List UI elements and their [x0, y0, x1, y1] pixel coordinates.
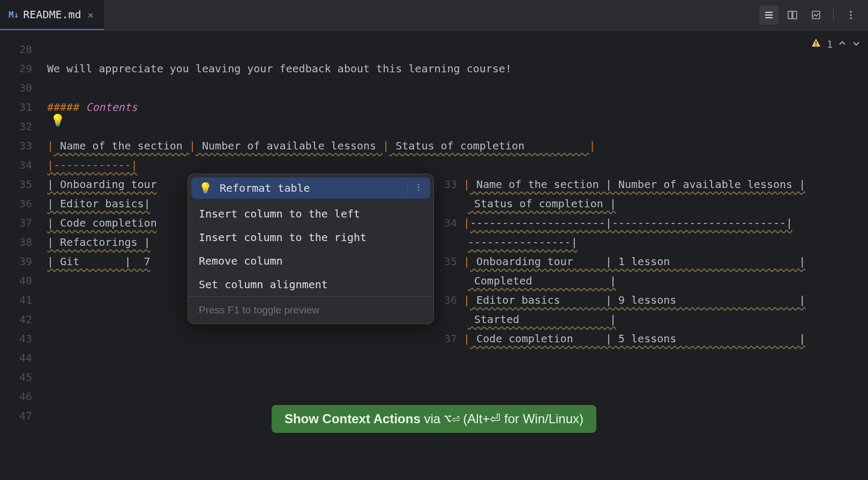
intention-menu: 💡 Reformat table Insert column to the le… — [188, 174, 434, 324]
shortcut-mac: ⌥⏎ — [444, 411, 460, 426]
line-number: 31 — [0, 98, 47, 117]
menu-item-insert-column-right[interactable]: Insert column to the right — [188, 226, 433, 249]
code-line: ##### Contents — [47, 98, 868, 117]
menu-item-label: Remove column — [199, 254, 283, 267]
split-view-icon — [787, 10, 798, 20]
menu-item-label: Reformat table — [220, 182, 310, 194]
menu-item-more-icon[interactable] — [407, 182, 423, 194]
preview-line: 37| Code completion | 5 lessons | — [437, 329, 865, 348]
preview-line: ----------------| — [437, 232, 865, 252]
line-number: 46 — [0, 387, 47, 406]
code-line — [47, 387, 868, 406]
svg-rect-3 — [788, 11, 792, 19]
line-number: 30 — [0, 78, 47, 98]
code-line: | Name of the section | Number of availa… — [47, 136, 868, 155]
line-number: 34 — [0, 155, 47, 175]
preview-line: 34|---------------------|---------------… — [437, 213, 865, 232]
line-number: 43 — [0, 329, 47, 348]
bulb-icon: 💡 — [199, 182, 212, 194]
tip-banner: Show Context Actions via ⌥⏎ (Alt+⏎ for W… — [272, 405, 596, 433]
menu-item-set-column-alignment[interactable]: Set column alignment — [188, 273, 433, 296]
tip-action-name: Show Context Actions — [285, 411, 421, 426]
preview-line: Started | — [437, 310, 865, 329]
svg-point-7 — [850, 14, 851, 16]
menu-item-label: Insert column to the right — [199, 231, 366, 244]
line-number: 41 — [0, 290, 47, 310]
menu-item-insert-column-left[interactable]: Insert column to the left — [188, 202, 433, 226]
preview-line: 36| Editor basics | 9 lessons | — [437, 290, 865, 310]
line-number: 42 — [0, 310, 47, 329]
preview-line: 35| Onboarding tour | 1 lesson | — [437, 252, 865, 271]
svg-point-6 — [850, 11, 851, 12]
code-line: |------------| — [47, 155, 868, 175]
tab-bar: M↓ README.md ✕ — [0, 0, 868, 31]
gutter: 2829303132333435363738394041424344454647 — [0, 33, 47, 480]
tab-toolbar — [759, 5, 868, 25]
toolbar-divider — [833, 9, 834, 21]
svg-point-11 — [418, 184, 420, 186]
preview-view-button[interactable] — [806, 5, 826, 25]
close-tab-icon[interactable]: ✕ — [86, 7, 96, 22]
menu-item-label: Insert column to the left — [199, 207, 360, 220]
menu-item-reformat-table[interactable]: 💡 Reformat table — [191, 177, 430, 199]
svg-point-8 — [850, 17, 851, 19]
svg-point-13 — [418, 190, 420, 191]
editor-view-icon — [764, 10, 774, 20]
line-number: 38 — [0, 232, 47, 252]
line-number: 35 — [0, 175, 47, 194]
code-line — [47, 78, 868, 98]
svg-rect-4 — [793, 11, 797, 19]
kebab-icon — [845, 10, 856, 20]
code-line: We will appreciate you leaving your feed… — [47, 59, 868, 78]
svg-rect-0 — [765, 12, 773, 13]
code-line — [47, 368, 868, 387]
preview-line: 33| Name of the section | Number of avai… — [437, 175, 865, 194]
line-number: 33 — [0, 136, 47, 155]
reformat-preview: 33| Name of the section | Number of avai… — [437, 175, 865, 348]
editor-only-view-button[interactable] — [759, 5, 779, 25]
svg-rect-1 — [765, 14, 773, 16]
tab-filename: README.md — [23, 8, 81, 21]
line-number: 47 — [0, 406, 47, 425]
tab-more-button[interactable] — [841, 5, 860, 25]
menu-hint: Press F1 to toggle preview — [188, 296, 433, 324]
line-number: 44 — [0, 348, 47, 368]
split-view-button[interactable] — [783, 5, 802, 25]
preview-line: Completed | — [437, 271, 865, 290]
editor-tab[interactable]: M↓ README.md ✕ — [0, 0, 104, 30]
line-number: 39 — [0, 252, 47, 271]
line-number: 29 — [0, 59, 47, 78]
line-number: 32 — [0, 117, 47, 136]
markdown-file-icon: M↓ — [9, 10, 19, 20]
svg-point-12 — [418, 187, 420, 189]
code-line — [47, 40, 868, 59]
line-number: 36 — [0, 194, 47, 213]
menu-item-remove-column[interactable]: Remove column — [188, 249, 433, 273]
line-number: 28 — [0, 40, 47, 59]
svg-rect-2 — [765, 17, 773, 18]
preview-icon — [811, 10, 821, 20]
menu-item-label: Set column alignment — [199, 278, 328, 291]
code-line — [47, 348, 868, 368]
preview-line: Status of completion | — [437, 194, 865, 213]
line-number: 40 — [0, 271, 47, 290]
line-number: 45 — [0, 368, 47, 387]
code-line — [47, 117, 868, 136]
line-number: 37 — [0, 213, 47, 232]
intention-bulb-icon[interactable]: 💡 — [50, 114, 65, 127]
